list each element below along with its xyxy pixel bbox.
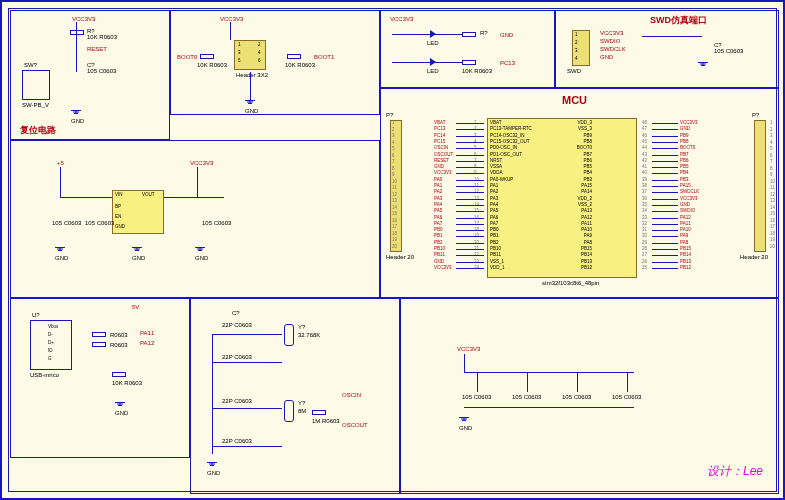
net-swdclk: SWDCLK (600, 46, 626, 52)
usb-ref: U? (32, 312, 40, 318)
boot-header-part: Header 3X2 (236, 72, 268, 78)
r-boot0-val: 10K R0603 (197, 62, 227, 68)
net-vcc3v3-led: VCC3V3 (390, 16, 413, 22)
net-vcc3v3-boot: VCC3V3 (220, 16, 243, 22)
net-boot1: BOOT1 (314, 54, 334, 60)
gnd-reset-lbl: GND (71, 118, 84, 124)
gnd-reset (71, 110, 81, 116)
r-led1-val: 10K R0603 (462, 68, 492, 74)
net-led-pc13: PC13 (500, 60, 515, 66)
r-boot1-val: 10K R0603 (285, 62, 315, 68)
mcu-part: stm32f103c8t6_48pin (542, 280, 599, 286)
swd-part: SWD (567, 68, 581, 74)
gnd-boot-lbl: GND (245, 108, 258, 114)
net-swd-vcc: VCC3V3 (600, 30, 623, 36)
net-swd-gnd: GND (600, 54, 613, 60)
r-boot0 (200, 54, 214, 59)
title-mcu: MCU (562, 94, 587, 106)
net-usb-5v: 5V (132, 304, 139, 310)
crystal-8m-icon (284, 400, 294, 422)
designer-label: 设计：Lee (707, 463, 763, 480)
led-2-icon (430, 58, 436, 66)
title-reset: 复位电路 (20, 124, 56, 137)
gnd-boot (245, 100, 255, 106)
sw-part: SW-PB_V (22, 102, 49, 108)
sw-ref: SW? (24, 62, 37, 68)
net-boot0: BOOT0 (177, 54, 197, 60)
led-2-ref: LED (427, 68, 439, 74)
switch-icon (22, 70, 50, 100)
net-vcc3v3-dec: VCC3V3 (457, 346, 480, 352)
net-vcc3v3-reg: VCC3V3 (190, 160, 213, 166)
r-led0-ref: R? (480, 30, 488, 36)
resistor-reset (70, 30, 84, 35)
net-reset: RESET (87, 46, 107, 52)
title-swd: SWD仿真端口 (650, 14, 707, 27)
c-reset-val: 105 C0603 (87, 68, 116, 74)
net-led-gnd: GND (500, 32, 513, 38)
schematic-sheet: VCC3V3 R? 10K R0603 RESET SW? SW-PB_V C?… (0, 0, 785, 500)
net-swdio: SWDIO (600, 38, 620, 44)
led-1-icon (430, 30, 436, 38)
r-boot1 (287, 54, 301, 59)
usb-part: USB-mrico (30, 372, 59, 378)
led-1-ref: LED (427, 40, 439, 46)
r-reset-val: 10K R0603 (87, 34, 117, 40)
crystal-32k-icon (284, 324, 294, 346)
c-swd-val: 105 C0603 (714, 48, 743, 54)
net-5v: +5 (57, 160, 64, 166)
right-header (754, 120, 766, 252)
